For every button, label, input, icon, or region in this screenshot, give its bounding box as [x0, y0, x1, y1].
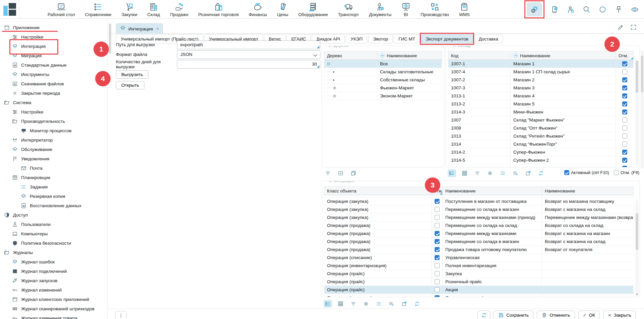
active-filter-checkbox[interactable]: Активный (ctrl F10)	[564, 170, 609, 175]
row-checkbox[interactable]	[435, 207, 440, 212]
sidebar-item-8-folder[interactable]: Система	[0, 98, 108, 107]
row-checkbox[interactable]	[622, 150, 627, 155]
row-checkbox[interactable]	[622, 126, 627, 131]
operation-row[interactable]: Операция (закупка)Перемещение между мага…	[324, 214, 634, 222]
vertical-scrollbar[interactable]	[635, 200, 639, 295]
row-checkbox[interactable]	[435, 271, 440, 276]
sklad-row[interactable]: 1007-2Магазин 2	[448, 76, 634, 84]
file-format-select[interactable]: JSON	[177, 50, 320, 59]
row-checkbox[interactable]	[622, 61, 627, 66]
toolbar-item-sales[interactable]: Продажи	[167, 1, 191, 18]
sidebar-item-31-key[interactable]: Журнал изменения товара	[0, 313, 108, 319]
sidebar-item-18-layers[interactable]: Резервная копия	[0, 191, 108, 201]
column-header[interactable]: Наименование	[511, 52, 616, 60]
operation-row[interactable]: Операция (продажа)Перемещение со склада …	[324, 222, 634, 230]
sklad-row-partial[interactable]	[448, 164, 634, 167]
sidebar-item-2-layers[interactable]: Интеграция	[0, 42, 108, 51]
collapse-icon[interactable]: ⊖	[452, 46, 456, 48]
toolbar-item-desktop[interactable]: Рабочий стол	[45, 1, 78, 18]
sklad-row[interactable]: 1013-1Магазин 4	[448, 92, 634, 100]
open-button[interactable]: Открыть	[116, 81, 144, 89]
subtab-5[interactable]: УКЭП	[346, 34, 367, 44]
tree-row[interactable]: ⊖Все	[324, 60, 442, 68]
row-checkbox[interactable]	[622, 85, 627, 90]
settings-button[interactable]	[527, 2, 542, 16]
save-button[interactable]: Сохранить	[494, 311, 533, 319]
sidebar-item-26-journal_conn[interactable]: Журнал подключений	[0, 266, 108, 276]
tree-row[interactable]: ⊕Эконом-Маркет	[324, 92, 442, 100]
sidebar-item-15-mail[interactable]: Почта	[0, 163, 108, 173]
row-checkbox[interactable]	[435, 239, 440, 244]
sidebar-item-22-computer[interactable]: Компьютеры	[0, 229, 108, 238]
sidebar-item-27-rocket[interactable]: Журнал запусков	[0, 276, 108, 285]
toolbar-item-bi[interactable]: BI	[399, 1, 413, 18]
copy2-tool-button[interactable]	[349, 169, 358, 177]
row-checkbox[interactable]	[622, 69, 627, 74]
history-button[interactable]	[599, 6, 606, 13]
sklad-row[interactable]: 1013-2Магазин 5	[448, 100, 634, 108]
more-options-button[interactable]: ⋮	[115, 311, 127, 319]
messages-button[interactable]	[551, 6, 558, 13]
filter-tool-button[interactable]	[349, 300, 358, 308]
operation-row[interactable]: Операция (продажа)Перемещение со склада …	[324, 238, 634, 246]
sidebar-item-14-flag[interactable]: Уведомления	[0, 154, 108, 163]
sidebar-item-11-monitor[interactable]: Монитор процессов	[0, 126, 108, 135]
sidebar-item-10-folder[interactable]: Производительность	[0, 116, 108, 126]
sidebar-item-19-chart_doc[interactable]: Восстановление данных	[0, 201, 108, 210]
sklad-row[interactable]: 1008Склад "Опт Фьюжен"	[448, 124, 634, 132]
collapse-icon[interactable]: ⊖	[328, 181, 332, 183]
subtab-6[interactable]: Эвотор	[368, 34, 393, 44]
row-checkbox[interactable]	[622, 166, 627, 167]
sidebar-item-13-layers[interactable]: Обслуживание	[0, 145, 108, 154]
sklad-row[interactable]: 1014-5Супер-Фьюжен 2	[448, 156, 634, 164]
filter-tool-button[interactable]	[473, 169, 481, 177]
close-icon[interactable]: ×	[156, 26, 159, 31]
sidebar-item-29-window_app[interactable]: Журнал клиентских приложений	[0, 295, 108, 304]
tree-expand-icon[interactable]: ⊕	[333, 93, 336, 98]
sklad-row[interactable]: 1007-3Магазин 3	[448, 84, 634, 92]
list_view-tool-button[interactable]	[324, 300, 332, 308]
sidebar-item-24-folder[interactable]: Журналы	[0, 248, 108, 257]
tree-row[interactable]: ●Собственные склады	[324, 76, 442, 84]
days-count-input[interactable]	[177, 60, 320, 69]
sidebar-item-4-chart_doc[interactable]: Стандартные данные	[0, 60, 108, 70]
subtab-8[interactable]: Экспорт документов	[421, 34, 473, 44]
operation-row[interactable]: Операция (закупка)Перемещение со склада …	[324, 206, 634, 214]
sidebar-item-28-key[interactable]: Журнал изменений	[0, 285, 108, 295]
row-checkbox[interactable]	[622, 77, 627, 82]
view-button[interactable]	[631, 6, 639, 13]
loop-tool-button[interactable]	[413, 300, 421, 308]
operation-row[interactable]: Операция (прайс)Розничный прайс	[324, 278, 634, 286]
sklad-row[interactable]: 1007-4Магазин 1 СП склад сырья	[448, 68, 634, 76]
row-checkbox[interactable]	[435, 287, 440, 292]
toolbar-item-documents[interactable]: Документы	[366, 1, 394, 18]
sklad-row[interactable]: 1013Склад "Ритейл Фьюжен"	[448, 132, 634, 140]
fullscreen-icon[interactable]	[630, 24, 637, 32]
toolbar-item-price[interactable]: Цены	[274, 1, 291, 18]
row-checkbox[interactable]	[622, 101, 627, 106]
row-checkbox[interactable]	[622, 109, 627, 114]
row-checkbox[interactable]	[435, 255, 440, 260]
box_dot-tool-button[interactable]	[336, 169, 345, 177]
operation-row[interactable]: Операция (прайс)Закупка	[324, 270, 634, 278]
sklad-row[interactable]: 1007-1Магазин 1	[448, 60, 634, 68]
operation-row[interactable]: Операция (списание)Управленческая	[324, 254, 634, 262]
profile-button[interactable]	[567, 6, 574, 13]
collapse-icon[interactable]: ⊖	[328, 46, 332, 48]
row-checkbox[interactable]	[622, 158, 627, 163]
toolbar-item-equipment[interactable]: Оборудование	[296, 1, 330, 18]
toolbar-item-transport[interactable]: Транспорт	[335, 1, 362, 18]
grid-tool-button[interactable]	[460, 169, 469, 177]
toolbar-item-directory[interactable]: Справочники	[82, 1, 114, 18]
gear_small-tool-button[interactable]	[362, 300, 370, 308]
mark-filter-checkbox[interactable]: Отм. (F9)	[614, 170, 639, 175]
toolbar-item-building[interactable]: Склад	[145, 1, 163, 18]
column-header[interactable]: Дерево	[324, 52, 377, 60]
vertical-scrollbar[interactable]	[641, 51, 644, 169]
close-button[interactable]: ×Закрыть	[603, 311, 636, 319]
operation-row[interactable]: Операция (продажа)Продажа товара оптовом…	[324, 246, 634, 254]
list_plus-tool-button[interactable]	[511, 169, 520, 177]
sidebar-item-30-barcode[interactable]: Журнал сканирований штрихкодов	[0, 304, 108, 313]
search-button[interactable]	[583, 6, 590, 13]
row-checkbox[interactable]	[435, 295, 440, 297]
